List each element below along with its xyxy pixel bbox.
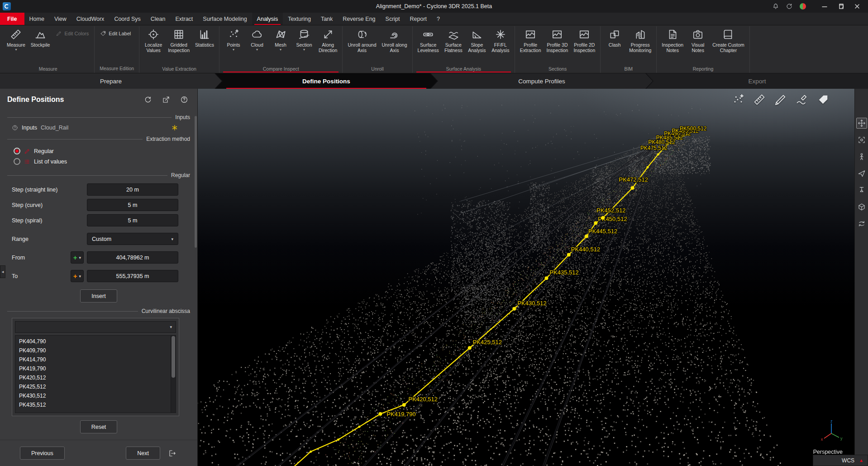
ribbon-mesh[interactable]: Mesh▾ (269, 26, 292, 65)
ribbon-section[interactable]: Section▾ (293, 26, 315, 65)
inputs-row[interactable]: Inputs Cloud_Rail (12, 124, 178, 131)
range-dropdown[interactable]: Custom ▾ (87, 233, 178, 245)
measure-distance-tool[interactable] (753, 93, 766, 106)
list-item[interactable]: PK420,512 (15, 373, 171, 382)
view-cube-tool[interactable] (856, 202, 867, 212)
from-color-button[interactable]: + ▾ (71, 251, 84, 264)
inspect-points-tool[interactable] (731, 93, 745, 106)
ribbon-statistics[interactable]: Statistics (193, 26, 216, 65)
sync-icon[interactable] (786, 3, 793, 10)
help-button[interactable] (178, 94, 190, 106)
ribbon-edit-colors[interactable]: Edit Colors (52, 29, 92, 38)
ribbon-profile-3d-inspection[interactable]: Profile 3D Inspection (544, 26, 571, 65)
ribbon-surface-levelness[interactable]: Surface Levelness (415, 26, 441, 65)
selection-star-icon[interactable] (171, 124, 178, 131)
ribbon-visual-notes[interactable]: Visual Notes (687, 26, 709, 65)
projection-mode-label[interactable]: Perspective (813, 449, 843, 455)
ribbon-slope-analysis[interactable]: Slope Analysis (466, 26, 488, 65)
ribbon-along-direction[interactable]: Along Direction (316, 26, 339, 65)
menu-analysis[interactable]: Analysis (252, 13, 283, 25)
list-item[interactable]: PK430,512 (15, 391, 171, 400)
ribbon-unroll-along-axis[interactable]: Unroll along Axis (380, 26, 410, 65)
radio-selected-icon[interactable] (14, 148, 20, 154)
close-button[interactable] (849, 0, 865, 13)
menu-clean[interactable]: Clean (146, 13, 171, 25)
ribbon-points[interactable]: Points▾ (222, 26, 245, 65)
wcs-selector[interactable]: WCS ▲ (813, 455, 868, 466)
menu-view[interactable]: View (49, 13, 72, 25)
notifications-bell-icon[interactable] (772, 3, 779, 10)
menu-tank[interactable]: Tank (316, 13, 338, 25)
menu-script[interactable]: Script (381, 13, 405, 25)
menu-report[interactable]: Report (405, 13, 432, 25)
scrollbar-thumb[interactable] (172, 336, 175, 378)
menu-coord-sys[interactable]: Coord Sys (109, 13, 145, 25)
list-item[interactable]: PK419,790 (15, 364, 171, 373)
next-button[interactable]: Next (126, 447, 160, 460)
rotate-view-tool[interactable] (856, 218, 867, 229)
ribbon-measure[interactable]: Measure▾ (5, 26, 28, 65)
ribbon-stockpile[interactable]: Stockpile (29, 26, 52, 65)
ribbon-inspection-notes[interactable]: Inspection Notes (659, 26, 686, 65)
maximize-button[interactable] (833, 0, 849, 13)
ribbon-progress-monitoring[interactable]: Progress Monitoring (627, 26, 653, 65)
to-color-button[interactable]: + ▾ (71, 270, 84, 282)
scrollbar-thumb[interactable] (195, 116, 197, 248)
first-person-tool[interactable] (856, 151, 867, 162)
wizard-step-define-positions[interactable]: Define Positions (215, 73, 437, 89)
list-item[interactable]: PK414,790 (15, 355, 171, 364)
reset-button[interactable]: Reset (80, 420, 118, 433)
measure-annotation-tool[interactable] (774, 93, 787, 106)
viewport-canvas[interactable] (198, 89, 854, 466)
menu-file[interactable]: File (0, 13, 24, 25)
pick-navigate-tool[interactable] (856, 118, 867, 129)
list-item[interactable]: PK425,512 (15, 382, 171, 391)
menu-texturing[interactable]: Texturing (283, 13, 316, 25)
drop-elevation-tool[interactable] (856, 185, 867, 196)
leave-wizard-button[interactable] (166, 447, 179, 460)
previous-button[interactable]: Previous (20, 447, 65, 460)
ribbon-cloud[interactable]: Cloud▾ (246, 26, 268, 65)
wizard-step-export[interactable]: Export (646, 73, 868, 89)
menu-cloudworx[interactable]: CloudWorx (72, 13, 110, 25)
menu-help[interactable]: ? (432, 13, 445, 25)
ribbon-edit-label[interactable]: Edit Label (97, 29, 134, 38)
list-item[interactable]: PK435,512 (15, 400, 171, 409)
wizard-step-compute-profiles[interactable]: Compute Profiles (431, 73, 653, 89)
to-field[interactable]: 555,37935 m (87, 270, 178, 282)
ribbon-localize-values[interactable]: Localize Values (142, 26, 165, 65)
ribbon-clash[interactable]: Clash (603, 26, 626, 65)
menu-surface-modeling[interactable]: Surface Modeling (198, 13, 252, 25)
extraction-option-regular[interactable]: Regular (14, 148, 178, 154)
list-item[interactable]: PK404,790 (15, 337, 171, 346)
field-step-spiral[interactable]: 5 m (87, 214, 178, 226)
insert-button[interactable]: Insert (80, 289, 117, 303)
menu-reverse-eng[interactable]: Reverse Eng (338, 13, 380, 25)
panel-scrollbar[interactable] (195, 116, 197, 430)
freehand-measure-tool[interactable] (795, 93, 809, 106)
ribbon-profile-2d-inspection[interactable]: Profile 2D Inspection (571, 26, 597, 65)
label-tool[interactable] (816, 93, 830, 106)
ribbon-create-custom-chapter[interactable]: Create Custom Chapter (710, 26, 747, 65)
ribbon-ff-fl-analysis[interactable]: FF/FL Analysis (489, 26, 512, 65)
from-field[interactable]: 404,78962 m (87, 251, 178, 264)
ribbon-profile-extraction[interactable]: Profile Extraction (518, 26, 544, 65)
menu-extract[interactable]: Extract (170, 13, 198, 25)
ribbon-gridded-inspection[interactable]: Gridded Inspection (166, 26, 192, 65)
ribbon-surface-flatness[interactable]: Surface Flatness (442, 26, 465, 65)
field-step-curve[interactable]: 5 m (87, 199, 178, 211)
panel-collapse-handle[interactable]: ◄ (0, 265, 5, 278)
axis-gizmo-icon[interactable]: z x y (818, 419, 844, 445)
open-external-button[interactable] (160, 94, 172, 106)
zoom-fit-tool[interactable] (856, 135, 867, 145)
extraction-option-list-of-values[interactable]: List of values (14, 158, 178, 165)
reset-wizard-button[interactable] (142, 94, 154, 106)
abscissa-dropdown[interactable]: ▾ (15, 321, 176, 333)
menu-home[interactable]: Home (24, 13, 49, 25)
ribbon-unroll-around-axis[interactable]: Unroll around Axis (345, 26, 378, 65)
field-step-straight-line[interactable]: 20 m (87, 183, 178, 196)
wizard-step-prepare[interactable]: Prepare (0, 73, 222, 89)
list-item[interactable]: PK409,790 (15, 346, 171, 355)
fly-mode-tool[interactable] (856, 168, 867, 179)
minimize-button[interactable] (816, 0, 833, 13)
